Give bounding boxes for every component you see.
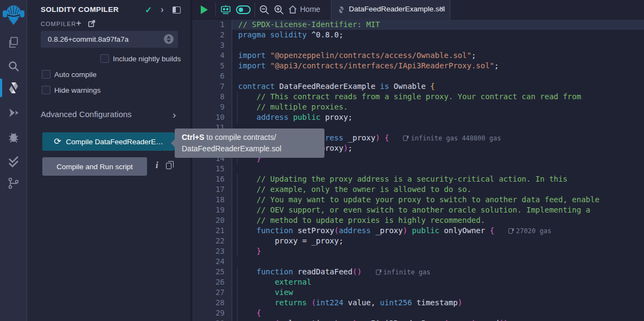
solidity-compiler-icon[interactable] [7, 81, 20, 94]
zoom-in-icon[interactable] [273, 4, 284, 15]
code-line-29[interactable]: 29 { [193, 308, 644, 318]
code-line-16[interactable]: 16 // Updating the proxy address is a se… [193, 174, 644, 184]
line-number[interactable]: 29 [193, 308, 232, 318]
line-number[interactable]: 28 [193, 298, 232, 308]
code-line-4[interactable]: 4import "@openzeppelin/contracts/access/… [193, 50, 644, 61]
code-line-2[interactable]: 2pragma solidity ^0.8.0; [193, 30, 644, 40]
file-explorer-icon[interactable] [7, 36, 20, 49]
code-line-10[interactable]: 10 address public proxy; [193, 112, 644, 123]
chevron-right-icon[interactable]: › [161, 4, 164, 15]
code-editor[interactable]: 1// SPDX-License-Identifier: MIT2pragma … [193, 20, 644, 321]
code-line-27[interactable]: 27 view [193, 287, 644, 298]
line-number[interactable]: 5 [193, 61, 232, 71]
run-script-play-icon[interactable] [201, 5, 208, 14]
code-line-17[interactable]: 17 // example, only the owner is allowed… [193, 184, 644, 195]
home-tab-label[interactable]: Home [300, 5, 320, 14]
line-number[interactable]: 8 [193, 92, 232, 102]
code-line-3[interactable]: 3 [193, 40, 644, 50]
hide-warnings-checkbox[interactable] [42, 86, 50, 94]
line-number[interactable]: 23 [193, 246, 232, 256]
code-line-22[interactable]: 22 proxy = _proxy; [193, 236, 644, 246]
line-number[interactable]: 7 [193, 81, 232, 92]
tooltip-filename: DataFeedReaderExample.sol [182, 143, 317, 155]
line-number[interactable]: 3 [193, 40, 232, 50]
publish-file-icon[interactable] [88, 20, 96, 28]
select-spinner-icon[interactable] [164, 34, 174, 44]
code-line-23[interactable]: 23 } [193, 246, 644, 256]
line-number[interactable]: 26 [193, 277, 232, 287]
code-line-30[interactable]: 30 (value, timestamp) = IApi3ReaderProxy… [193, 318, 644, 321]
line-number[interactable]: 30 [193, 318, 232, 321]
ai-robot-icon[interactable] [220, 4, 232, 16]
tooltip-text: to compile contracts/ [205, 133, 276, 142]
ai-toggle-on-icon[interactable] [236, 5, 251, 14]
code-line-1[interactable]: 1// SPDX-License-Identifier: MIT [193, 20, 644, 30]
editor-toolbar: Home DataFeedReaderExample.sol × [193, 0, 644, 20]
code-line-25[interactable]: 25 function readDataFeed()infinite gas [193, 267, 644, 277]
tooltip-shortcut: Ctrl+S [182, 133, 205, 142]
code-line-7[interactable]: 7contract DataFeedReaderExample is Ownab… [193, 81, 644, 92]
line-number[interactable]: 24 [193, 256, 232, 267]
code-line-5[interactable]: 5import "@api3/contracts/interfaces/IApi… [193, 61, 644, 71]
deploy-and-run-icon[interactable] [7, 106, 20, 119]
code-line-21[interactable]: 21 function setProxy(address _proxy) pub… [193, 226, 644, 236]
auto-compile-label: Auto compile [54, 70, 97, 79]
zoom-out-icon[interactable] [259, 4, 270, 15]
line-number[interactable]: 1 [193, 20, 232, 30]
fuel-pump-icon [403, 136, 407, 141]
compiler-version-select[interactable]: 0.8.26+commit.8a97fa7a [41, 31, 178, 48]
line-number[interactable]: 17 [193, 184, 232, 195]
active-plugin-indicator [0, 79, 2, 97]
line-number[interactable]: 9 [193, 102, 232, 112]
split-columns-icon[interactable] [173, 7, 181, 14]
code-line-9[interactable]: 9 // multiple proxies. [193, 102, 644, 112]
check-icon[interactable]: ✓ [145, 5, 152, 15]
code-line-26[interactable]: 26 external [193, 277, 644, 287]
advanced-chevron-icon[interactable]: › [173, 109, 176, 121]
line-number[interactable]: 6 [193, 71, 232, 81]
code-line-15[interactable]: 15 [193, 164, 644, 174]
line-number[interactable]: 21 [193, 226, 232, 236]
compile-button[interactable]: ⟳ Compile DataFeedReaderE… [42, 132, 175, 151]
close-icon[interactable]: × [439, 3, 444, 14]
line-number[interactable]: 25 [193, 267, 232, 277]
line-number[interactable]: 2 [193, 30, 232, 40]
code-line-28[interactable]: 28 returns (int224 value, uint256 timest… [193, 298, 644, 308]
git-icon[interactable] [7, 177, 20, 190]
home-icon[interactable] [288, 5, 297, 14]
code-line-6[interactable]: 6 [193, 71, 644, 81]
tab-datafeedreaderexample[interactable]: DataFeedReaderExample.sol × [331, 0, 450, 20]
code-line-19[interactable]: 19 // OEV support, or even switch to ano… [193, 205, 644, 215]
include-nightly-checkbox[interactable] [100, 54, 109, 63]
line-number[interactable]: 18 [193, 195, 232, 205]
compile-and-run-button[interactable]: Compile and Run script [42, 157, 147, 176]
unit-testing-icon[interactable] [7, 155, 20, 168]
icon-rail [0, 0, 27, 321]
plus-icon[interactable]: + [76, 18, 81, 29]
line-number[interactable]: 22 [193, 236, 232, 246]
hide-warnings-label: Hide warnings [54, 86, 101, 94]
line-number[interactable]: 16 [193, 174, 232, 184]
line-number[interactable]: 10 [193, 112, 232, 123]
gas-estimate-badge: infinite gas 448800 gas [403, 134, 501, 142]
copy-icon[interactable] [166, 163, 171, 169]
compiler-version-value: 0.8.26+commit.8a97fa7a [48, 35, 129, 43]
gas-estimate-badge: infinite gas [376, 268, 431, 276]
line-number[interactable]: 20 [193, 215, 232, 226]
auto-compile-checkbox[interactable] [42, 70, 50, 79]
search-icon[interactable] [7, 60, 20, 73]
line-number[interactable]: 15 [193, 164, 232, 174]
remix-logo-icon[interactable] [3, 3, 24, 26]
solidity-compiler-panel: SOLIDITY COMPILER ✓ › COMPILER + 0.8.26+… [27, 0, 192, 321]
fuel-pump-icon [508, 228, 513, 234]
advanced-configurations[interactable]: Advanced Configurations [41, 110, 132, 119]
line-number[interactable]: 4 [193, 50, 232, 61]
code-line-8[interactable]: 8 // This contract reads from a single p… [193, 92, 644, 102]
info-icon[interactable]: i [156, 160, 158, 170]
line-number[interactable]: 19 [193, 205, 232, 215]
debugger-icon[interactable] [7, 131, 20, 144]
line-number[interactable]: 27 [193, 287, 232, 298]
code-line-20[interactable]: 20 // method to update proxies is highly… [193, 215, 644, 226]
code-line-24[interactable]: 24 [193, 256, 644, 267]
code-line-18[interactable]: 18 // You may want to update your proxy … [193, 195, 644, 205]
